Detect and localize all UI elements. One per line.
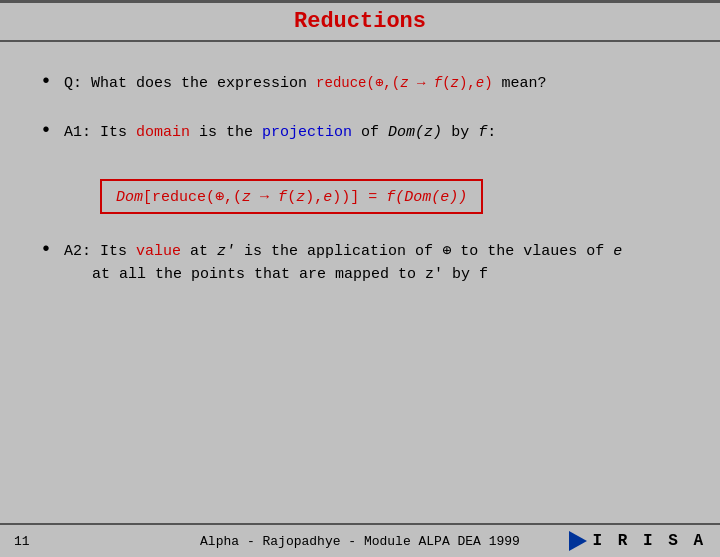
a2-text3: is the application of ⊕ to the vlaues of <box>235 243 613 260</box>
a1-text5: : <box>487 124 496 141</box>
a2-text2: at <box>181 243 217 260</box>
formula-bracket-open: [ <box>143 189 152 206</box>
main-content: • Q: What does the expression reduce(⊕,(… <box>0 42 720 296</box>
a1-label: A1: <box>64 124 91 141</box>
a1-text2: is the <box>190 124 262 141</box>
bullet-a2: • A2: Its value at z′ is the application… <box>40 240 680 287</box>
formula-box: Dom[reduce(⊕,(z → f(z),e))] = f(Dom(e)) <box>100 179 483 214</box>
a1-projection: projection <box>262 124 352 141</box>
footer-center-text: Alpha - Rajopadhye - Module ALPA DEA 199… <box>200 534 520 549</box>
a1-domain: domain <box>136 124 190 141</box>
bullet-a1: • A1: Its domain is the projection of Do… <box>40 121 680 144</box>
a1-text4: by <box>442 124 478 141</box>
a2-label: A2: <box>64 243 91 260</box>
bullet-dot-1: • <box>40 70 52 93</box>
q-code: reduce(⊕,(z → f(z),e) <box>316 75 493 91</box>
formula-reduce: reduce(⊕,(z → f(z),e)) <box>152 189 350 206</box>
formula-bracket-close: ] <box>350 189 359 206</box>
formula-equals: = <box>359 189 386 206</box>
a2-zprime: z′ <box>217 243 235 260</box>
formula-domopen: Dom <box>116 189 143 206</box>
a2-e: e <box>613 243 622 260</box>
a2-line2: at all the points that are mapped to z′ … <box>92 266 488 283</box>
bullet-a1-text: A1: Its domain is the projection of Dom(… <box>64 121 496 144</box>
footer-logo: I R I S A <box>569 531 706 551</box>
q-label: Q: <box>64 75 82 92</box>
a2-text1: Its <box>91 243 136 260</box>
bullet-dot-3: • <box>40 238 52 261</box>
bullet-a2-text: A2: Its value at z′ is the application o… <box>64 240 622 287</box>
bullet-dot-2: • <box>40 119 52 142</box>
formula-rhs4: )) <box>449 189 467 206</box>
formula-rhs: f <box>386 189 395 206</box>
a1-domz: Dom(z) <box>388 124 442 141</box>
a2-value: value <box>136 243 181 260</box>
q-text-before: What does the expression <box>82 75 316 92</box>
bullet-q: • Q: What does the expression reduce(⊕,(… <box>40 72 680 95</box>
irisa-arrow-icon <box>569 531 587 551</box>
bullet-q-text: Q: What does the expression reduce(⊕,(z … <box>64 72 547 95</box>
irisa-text: I R I S A <box>593 532 706 550</box>
a1-text3: of <box>352 124 388 141</box>
formula-container: Dom[reduce(⊕,(z → f(z),e))] = f(Dom(e)) <box>40 171 680 222</box>
footer-page: 11 <box>14 534 30 549</box>
footer: 11 Alpha - Rajopadhye - Module ALPA DEA … <box>0 525 720 557</box>
formula-rhs2: (Dom( <box>395 189 440 206</box>
page-title: Reductions <box>0 3 720 42</box>
formula-rhs3: e <box>440 189 449 206</box>
a1-text1: Its <box>91 124 136 141</box>
a1-f: f <box>478 124 487 141</box>
q-text-after: mean? <box>493 75 547 92</box>
